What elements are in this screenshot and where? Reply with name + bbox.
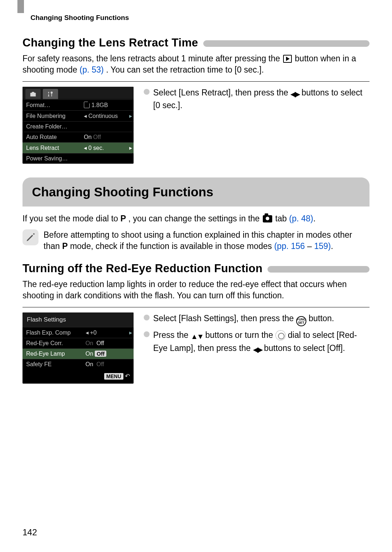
text-fragment: , you can change the settings in the (128, 214, 262, 223)
bullet-icon (144, 331, 150, 337)
return-arrow-icon: ↶ (125, 373, 130, 380)
rule (23, 81, 369, 82)
camera-screen-setup-menu: Format… 1.8GB File Numbering ◂ Continuou… (23, 87, 134, 164)
note-callout: Before attempting to shoot using a funct… (23, 229, 369, 252)
page-ref-156[interactable]: (pp. 156 (274, 241, 305, 251)
instruction-red-eye-lamp: Press the buttons or turn the dial to se… (144, 329, 369, 355)
right-arrow-icon: ▸ (128, 327, 134, 338)
menu-row-create-folder: Create Folder… (23, 122, 134, 132)
tab-tools-icon (43, 89, 58, 99)
text-fragment: For safety reasons, the lens retracts ab… (23, 54, 282, 63)
text-fragment: . You can set the retraction time to [0 … (106, 65, 264, 74)
text-fragment: Press the (153, 330, 191, 340)
section-title-bar (268, 266, 369, 273)
menu-return: MENU↶ (23, 369, 134, 384)
camera-tab-icon (263, 215, 272, 222)
control-dial-icon (275, 330, 286, 340)
text-fragment: button. (309, 314, 334, 323)
bullet-icon (144, 315, 150, 320)
menu-row-auto-rotate: Auto Rotate On Off (23, 132, 134, 143)
section-title-red-eye: Turning off the Red-Eye Reduction Functi… (23, 262, 369, 275)
menu-row-red-eye-lamp: Red-Eye Lamp On Off (23, 349, 134, 359)
menu-row-file-numbering: File Numbering ◂ Continuous ▸ (23, 111, 134, 122)
section-title-text: Changing the Lens Retract Time (23, 36, 198, 49)
menu-badge: MENU (104, 373, 123, 380)
text-fragment: . (331, 241, 333, 251)
up-down-buttons-icon (191, 330, 203, 342)
text-fragment: mode, check if the function is available… (70, 241, 274, 251)
right-arrow-icon: ▸ (128, 143, 134, 154)
tab-shooting-icon (25, 89, 41, 99)
left-right-buttons-icon (253, 343, 262, 355)
running-head: Changing Shooting Functions (30, 14, 369, 22)
text-fragment: Select [Lens Retract], then press the (153, 88, 290, 97)
left-arrow-icon: ◂ (86, 330, 90, 336)
text-fragment: tab (275, 214, 289, 223)
left-right-buttons-icon (290, 88, 299, 99)
menu-row-safety-fe: Safety FE On Off (23, 359, 134, 370)
rule (23, 307, 369, 307)
text-fragment: If you set the mode dial to (23, 214, 121, 223)
instruction-lens-retract: Select [Lens Retract], then press the bu… (144, 87, 369, 111)
lcd-title: Flash Settings (23, 312, 134, 327)
text-fragment: buttons to select [Off]. (264, 343, 345, 353)
menu-row-flash-exp-comp: Flash Exp. Comp ◂ +0 ▸ (23, 327, 134, 338)
page-ref-48[interactable]: (p. 48) (289, 214, 313, 223)
section-banner-shooting-functions: Changing Shooting Functions (23, 177, 369, 207)
sd-card-icon (84, 102, 90, 108)
page-ref-53[interactable]: (p. 53) (79, 65, 103, 74)
off-highlight-box: Off (95, 351, 106, 357)
camera-screen-flash-settings: Flash Settings Flash Exp. Comp ◂ +0 ▸ Re… (23, 312, 134, 384)
menu-row-power-saving: Power Saving… (23, 154, 134, 164)
right-arrow-icon: ▸ (128, 111, 134, 122)
page-tab (17, 0, 24, 13)
red-eye-body: The red-eye reduction lamp lights in ord… (23, 279, 369, 301)
page-ref-159[interactable]: 159) (314, 241, 331, 251)
left-arrow-icon: ◂ (84, 113, 88, 119)
instruction-flash-settings: Select [Flash Settings], then press the … (144, 312, 369, 326)
playback-button-icon (283, 55, 292, 63)
mode-p-icon: P (121, 214, 126, 223)
section-title-bar (203, 40, 369, 47)
text-fragment: . (313, 214, 315, 223)
lens-retract-body: For safety reasons, the lens retracts ab… (23, 53, 369, 75)
func-set-button-icon: FUNCSET (296, 316, 306, 326)
menu-row-lens-retract: Lens Retract ◂ 0 sec. ▸ (23, 143, 134, 154)
section-title-lens-retract: Changing the Lens Retract Time (23, 36, 369, 49)
text-fragment: buttons or turn the (205, 330, 275, 340)
menu-row-format: Format… 1.8GB (23, 100, 134, 111)
text-fragment: Select [Flash Settings], then press the (153, 314, 296, 323)
note-pencil-icon (23, 229, 38, 245)
bullet-icon (144, 89, 150, 95)
left-arrow-icon: ◂ (84, 145, 88, 151)
page-number: 142 (23, 527, 37, 537)
menu-row-red-eye-corr: Red-Eye Corr. On Off (23, 338, 134, 349)
shooting-functions-intro: If you set the mode dial to P , you can … (23, 213, 369, 224)
section-title-text: Turning off the Red-Eye Reduction Functi… (23, 262, 262, 275)
mode-p-icon: P (62, 241, 68, 251)
text-fragment: – (305, 241, 314, 251)
